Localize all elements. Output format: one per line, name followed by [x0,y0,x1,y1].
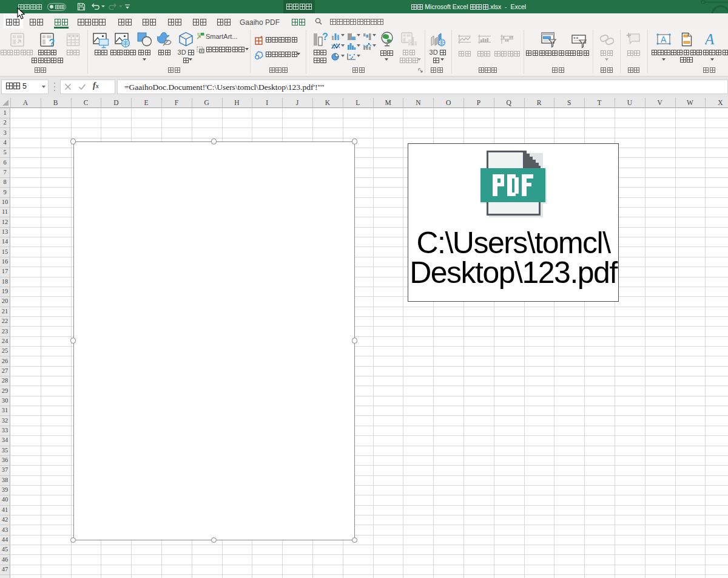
svg-text:?: ? [49,38,55,47]
svg-text:A: A [705,32,715,47]
svg-text:A: A [661,35,667,44]
svg-text:?: ? [322,32,328,42]
